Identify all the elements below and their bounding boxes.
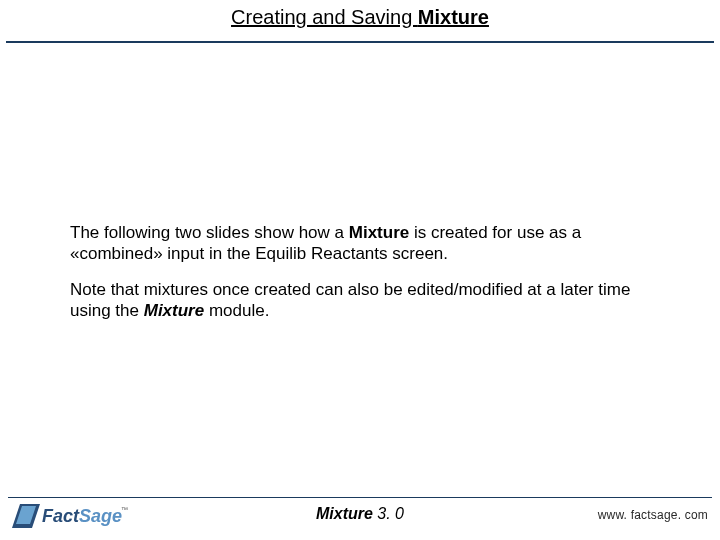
slide-title: Creating and Saving Mixture	[0, 6, 720, 29]
p1-text-a: The following two slides show how a	[70, 223, 349, 242]
title-mixture: Mixture	[418, 6, 489, 28]
slide: Creating and Saving Mixture The followin…	[0, 0, 720, 540]
paragraph-1: The following two slides show how a Mixt…	[70, 222, 670, 265]
title-prefix: Creating and Saving	[231, 6, 418, 28]
p2-mixture: Mixture	[144, 301, 204, 320]
footer-center-num: 3. 0	[373, 505, 404, 522]
body-text: The following two slides show how a Mixt…	[70, 222, 670, 335]
footer-rule	[8, 497, 712, 498]
footer-url: www. factsage. com	[598, 508, 708, 522]
paragraph-2: Note that mixtures once created can also…	[70, 279, 670, 322]
footer-center-word: Mixture	[316, 505, 373, 522]
p1-mixture: Mixture	[349, 223, 409, 242]
title-underline-rule	[6, 41, 714, 43]
p2-text-c: module.	[204, 301, 269, 320]
